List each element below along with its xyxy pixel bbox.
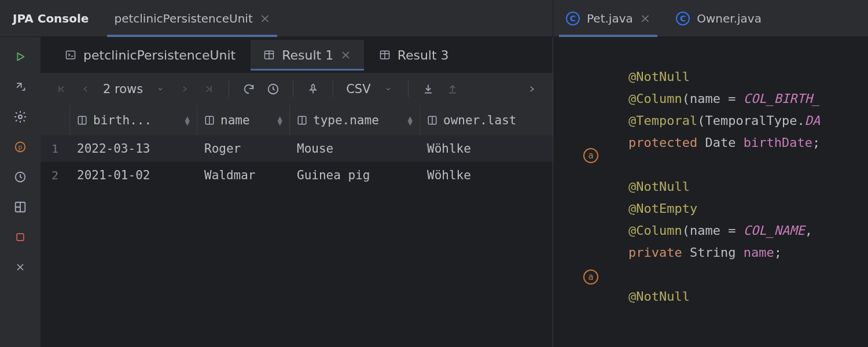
subtab-label: Result 3: [398, 48, 449, 62]
sort-icon[interactable]: ▲▼: [278, 116, 282, 125]
left-tool-rail: p: [0, 37, 41, 347]
chevron-down-icon[interactable]: [151, 80, 170, 98]
format-label[interactable]: CSV: [344, 82, 373, 96]
cell-type[interactable]: Guinea pig: [289, 162, 420, 189]
subtab-label: Result 1: [282, 48, 333, 62]
result-table: birth... ▲▼ name ▲▼ type.name ▲▼ owner.l…: [41, 105, 553, 189]
clock-icon[interactable]: [264, 80, 282, 98]
column-label: name: [220, 113, 250, 127]
cell-birth[interactable]: 2021-01-02: [69, 162, 197, 189]
table-row[interactable]: 22021-01-02WaldmarGuinea pigWöhlke: [41, 162, 553, 189]
tab-persistence-unit[interactable]: petclinicPersistenceUnit ×: [101, 0, 283, 36]
close-icon[interactable]: ×: [260, 12, 270, 25]
editor-gutter: a a: [553, 37, 628, 347]
last-page-icon[interactable]: [200, 80, 218, 98]
cell-owner[interactable]: Wöhlke: [420, 162, 553, 189]
close-panel-icon[interactable]: [12, 259, 28, 275]
refresh-icon[interactable]: [240, 80, 258, 98]
terminal-icon: [65, 50, 76, 60]
svg-rect-6: [67, 51, 75, 59]
chevron-down-icon[interactable]: [379, 80, 398, 98]
svg-text:p: p: [19, 143, 23, 151]
first-page-icon[interactable]: [52, 80, 71, 98]
column-icon: [297, 115, 307, 125]
run-icon[interactable]: [12, 49, 28, 65]
svg-point-0: [19, 115, 22, 119]
sort-icon[interactable]: ▲▼: [408, 116, 413, 125]
column-header-birth[interactable]: birth... ▲▼: [69, 105, 197, 135]
sort-icon[interactable]: ▲▼: [185, 116, 190, 125]
cell-owner[interactable]: Wöhlke: [420, 135, 553, 162]
code-editor[interactable]: @NotNull @Column(name = COL_BIRTH_ @Temp…: [628, 37, 868, 347]
column-label: type.name: [313, 113, 379, 127]
subtab-result-1[interactable]: Result 1 ×: [251, 40, 363, 71]
column-header-owner[interactable]: owner.last: [420, 105, 553, 135]
subtab-result-3[interactable]: Result 3: [366, 40, 462, 71]
class-icon: C: [566, 12, 580, 25]
gutter-annotation-icon[interactable]: a: [553, 266, 628, 288]
history-icon[interactable]: [12, 169, 28, 185]
result-toolbar: 2 rows CSV: [41, 73, 553, 105]
table-icon: [379, 50, 391, 60]
close-icon[interactable]: ×: [640, 12, 650, 25]
column-header-name[interactable]: name ▲▼: [197, 105, 289, 135]
tab-owner-java[interactable]: C Owner.java: [663, 0, 774, 36]
gutter-annotation-icon[interactable]: a: [553, 145, 628, 167]
cell-type[interactable]: Mouse: [289, 135, 420, 162]
tab-pet-java[interactable]: C Pet.java ×: [553, 0, 663, 36]
close-icon[interactable]: ×: [340, 49, 351, 61]
download-icon[interactable]: [419, 80, 437, 98]
tab-label: Pet.java: [587, 12, 633, 25]
svg-rect-5: [17, 234, 24, 241]
class-icon: C: [676, 12, 690, 25]
cell-name[interactable]: Waldmar: [197, 162, 289, 189]
tab-label: JPA Console: [13, 12, 89, 25]
column-icon: [204, 115, 215, 125]
next-page-icon[interactable]: [175, 80, 194, 98]
settings-icon[interactable]: [12, 109, 28, 125]
row-number: 1: [41, 135, 69, 162]
row-num-header: [41, 105, 69, 135]
prev-page-icon[interactable]: [76, 80, 95, 98]
subtab-label: petclinicPersistenceUnit: [83, 48, 236, 62]
row-count-label[interactable]: 2 rows: [101, 82, 145, 96]
pin-icon[interactable]: [304, 80, 322, 98]
subtab-persistence[interactable]: petclinicPersistenceUnit: [52, 40, 248, 71]
persistence-icon[interactable]: p: [12, 139, 28, 155]
column-icon: [77, 115, 87, 125]
table-icon: [263, 50, 275, 60]
layout-icon[interactable]: [12, 199, 28, 215]
tab-jpa-console[interactable]: JPA Console: [0, 0, 101, 36]
column-icon: [427, 115, 437, 125]
column-label: owner.last: [443, 113, 516, 127]
tab-label: petclinicPersistenceUnit: [114, 12, 252, 25]
stop-icon[interactable]: [12, 229, 28, 245]
cell-name[interactable]: Roger: [197, 135, 289, 162]
cell-birth[interactable]: 2022-03-13: [69, 135, 197, 162]
upload-icon[interactable]: [443, 80, 462, 98]
export-icon[interactable]: [12, 79, 28, 95]
column-label: birth...: [93, 113, 152, 127]
table-row[interactable]: 12022-03-13RogerMouseWöhlke: [41, 135, 553, 162]
tab-label: Owner.java: [697, 12, 762, 25]
row-number: 2: [41, 162, 69, 189]
chevron-right-icon[interactable]: [523, 80, 541, 98]
column-header-type[interactable]: type.name ▲▼: [289, 105, 420, 135]
